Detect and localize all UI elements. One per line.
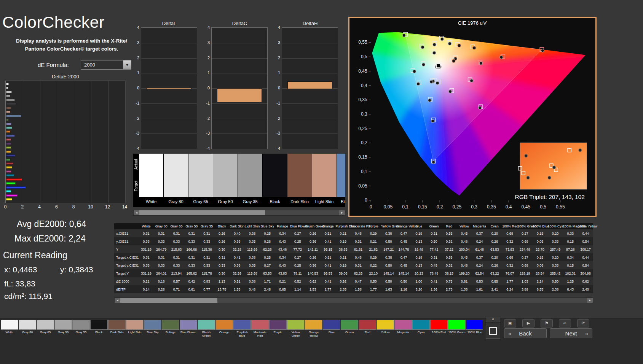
infinity-button[interactable]: ∞ [559, 319, 571, 327]
table-scrollbar[interactable]: ◄ ► [114, 297, 593, 303]
de-formula-dropdown[interactable]: 2000 ▼ [81, 60, 131, 70]
strip-swatch-label: Gray 50 [213, 197, 238, 207]
measured-marker [421, 46, 424, 49]
toolbar-swatch-100-blue[interactable]: 100% Blue [466, 320, 483, 338]
swatch-label: Orange Yellow [305, 330, 322, 338]
table-cell: 115,68 [245, 269, 260, 277]
column-header: 100% Blue [533, 223, 548, 229]
table-cell: 0,13 [411, 261, 426, 269]
scrollbar-track[interactable] [120, 298, 587, 303]
svg-text:0,05: 0,05 [358, 183, 367, 189]
table-row: x:CIE310,310,310,310,310,310,260,400,380… [114, 229, 593, 237]
table-cell: 0,15 [563, 261, 578, 269]
toolbar-swatch-moderate-red[interactable]: Moderate Red [251, 320, 269, 338]
swatch-label: Gray 65 [37, 330, 54, 338]
toolbar-swatch-purplish-blue[interactable]: Purplish Blue [233, 320, 251, 338]
toolbar-swatch-dark-skin[interactable]: Dark Skin [108, 320, 126, 338]
toolbar-swatch-orange-yellow[interactable]: Orange Yellow [305, 320, 322, 338]
de-bar-gray-35 [6, 99, 15, 101]
table-row: Target x:CIE310,310,310,310,310,310,310,… [114, 253, 593, 261]
swatch-label: Yellow Green [287, 330, 305, 338]
svg-text:0,2: 0,2 [437, 204, 443, 209]
swatch-label: Blue [323, 330, 340, 338]
toolbar-swatch-cyan[interactable]: Cyan [412, 320, 430, 338]
table-cell: 61,48 [472, 245, 487, 253]
toolbar-swatch-blue[interactable]: Blue [323, 320, 340, 338]
toolbar-swatch-purple[interactable]: Purple [269, 320, 287, 338]
play-button[interactable]: ▶ [522, 319, 535, 327]
inset-measured-marker [525, 154, 527, 157]
axis-tick-label: -2 [136, 116, 139, 121]
table-cell: 0,31 [184, 253, 199, 261]
table-cell: 0,48 [245, 285, 260, 293]
table-cell: 0,51 [321, 253, 336, 261]
table-cell: 0,05 [533, 237, 548, 245]
axis-tick-label: 3 [207, 41, 210, 45]
table-cell: 0,46 [351, 253, 366, 261]
scrollbar-thumb[interactable] [120, 298, 217, 303]
toolbar-swatch-100-red[interactable]: 100% Red [430, 320, 448, 338]
toolbar-swatch-bluish-green[interactable]: Bluish Green [198, 320, 215, 338]
table-cell: 140,53 [305, 269, 321, 277]
toolbar-swatch-gray-35[interactable]: Gray 35 [72, 320, 90, 338]
table-cell: 0,25 [290, 261, 305, 269]
deltaE-chart-title: DeltaE 2000 [5, 74, 126, 79]
refresh-button[interactable]: ⟳ [577, 319, 589, 327]
monitor-button[interactable]: ▣ [504, 319, 516, 327]
back-button[interactable]: « Back » [504, 328, 547, 338]
table-cell: 43,83 [275, 269, 290, 277]
layout-button[interactable] [486, 323, 500, 339]
swatch-label: Blue Sky [144, 330, 161, 338]
toolbar-swatch-gray-80[interactable]: Gray 80 [19, 320, 36, 338]
table-cell: 0,77 [199, 285, 214, 293]
toolbar-swatch-gray-65[interactable]: Gray 65 [37, 320, 54, 338]
next-button[interactable]: « Next » [550, 328, 592, 338]
table-cell: 0,28 [154, 285, 169, 293]
flag-button[interactable]: ⚑ [541, 319, 553, 327]
nav-cluster: ∧ ▣▶⚑∞⟳ « Back » « Next » [484, 318, 598, 340]
table-cell: 0,31 [169, 229, 184, 237]
table-cell: 0,36 [230, 237, 245, 245]
swatch-color [394, 320, 412, 330]
row-label: x:CIE31 [114, 229, 139, 237]
toolbar-swatch-red[interactable]: Red [359, 320, 376, 338]
scroll-left-icon[interactable]: ◄ [115, 298, 120, 303]
toolbar-swatch-blue-flower[interactable]: Blue Flower [180, 320, 197, 338]
swatch-color [466, 320, 483, 330]
gridline [212, 43, 267, 43]
column-header: Purplish Blue [335, 223, 351, 229]
scroll-right-icon[interactable]: ► [587, 298, 593, 303]
toolbar-swatch-light-skin[interactable]: Light Skin [126, 320, 144, 338]
toolbar-swatch-gray-50[interactable]: Gray 50 [54, 320, 72, 338]
toolbar-swatch-black[interactable]: Black [90, 320, 108, 338]
scrollbar-track[interactable] [139, 210, 339, 215]
avg-de2000: Avg dE2000: 0,64 [17, 219, 86, 229]
toolbar-swatch-foliage[interactable]: Foliage [162, 320, 179, 338]
toolbar-swatch-white[interactable]: White [1, 320, 18, 338]
toolbar-swatch-blue-sky[interactable]: Blue Sky [144, 320, 161, 338]
table-row: ΔE 20000,210,160,570,420,931,130,510,381… [114, 277, 593, 285]
scroll-right-icon[interactable]: ► [339, 210, 345, 215]
svg-text:0,55: 0,55 [556, 204, 565, 209]
table-cell: 165,62 [184, 269, 199, 277]
scrollbar-thumb[interactable] [139, 210, 265, 215]
toolbar-swatch-orange[interactable]: Orange [215, 320, 233, 338]
table-header-row: WhiteGray 80Gray 65Gray 50Gray 35BlackDa… [114, 223, 593, 229]
patch-strip: Actual Target WhiteGray 80Gray 65Gray 50… [133, 154, 345, 207]
gridline [212, 28, 267, 28]
patch-strip-scrollbar[interactable]: ◄ ► [133, 210, 345, 216]
toolbar-swatch-yellow[interactable]: Yellow [377, 320, 394, 338]
toolbar-swatch-100-green[interactable]: 100% Green [448, 320, 466, 338]
toolbar-swatch-green[interactable]: Green [341, 320, 358, 338]
gridline [91, 81, 91, 203]
table-cell: 0,47 [396, 229, 412, 237]
chevron-down-icon[interactable]: ▼ [123, 60, 131, 69]
collapse-button[interactable]: ∧ [486, 317, 500, 322]
swatch-color [305, 320, 322, 330]
toolbar-swatch-yellow-green[interactable]: Yellow Green [287, 320, 305, 338]
de-bar-foliage [6, 119, 9, 121]
toolbar-swatch-magenta[interactable]: Magenta [394, 320, 412, 338]
table-cell: 0,61 [457, 277, 472, 285]
scroll-left-icon[interactable]: ◄ [134, 210, 139, 215]
table-cell: 0,71 [169, 285, 184, 293]
